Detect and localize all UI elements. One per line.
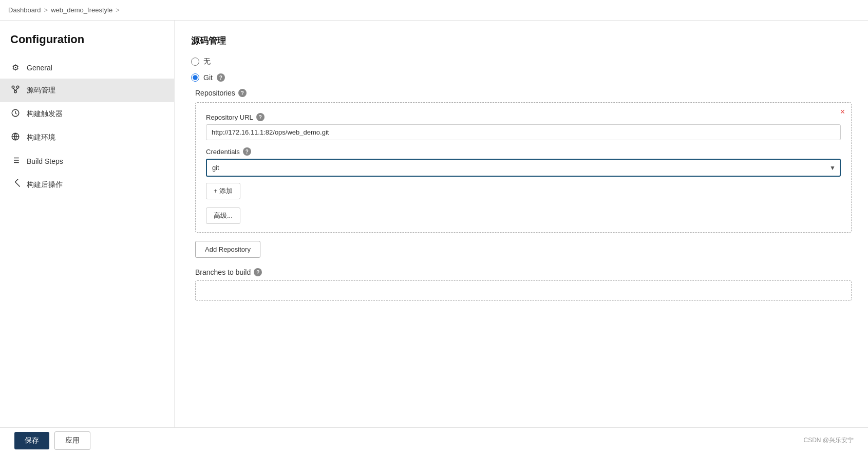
repo-url-help-icon[interactable]: ? bbox=[256, 113, 265, 121]
breadcrumb-sep-1: > bbox=[44, 6, 48, 14]
add-btn-row: + 添加 bbox=[206, 183, 841, 199]
sidebar-item-general[interactable]: ⚙ General bbox=[0, 56, 174, 79]
credentials-help-icon[interactable]: ? bbox=[243, 147, 251, 156]
sidebar-item-label-general: General bbox=[27, 64, 52, 72]
sidebar: Configuration ⚙ General 源码管理 bbox=[0, 21, 175, 427]
advanced-button[interactable]: 高级... bbox=[206, 207, 240, 224]
radio-none[interactable] bbox=[191, 58, 199, 66]
sidebar-item-triggers[interactable]: 构建触发器 bbox=[0, 102, 174, 126]
credentials-select-wrapper: git none admin ▼ bbox=[206, 159, 841, 177]
main-content: 源码管理 无 Git ? Repositories ? × Repository… bbox=[175, 21, 868, 427]
repository-card: × Repository URL ? Credentials ? git bbox=[195, 102, 852, 233]
svg-point-1 bbox=[16, 86, 19, 88]
gear-icon: ⚙ bbox=[10, 63, 21, 72]
sidebar-title: Configuration bbox=[0, 33, 174, 56]
credit-text: CSDN @兴乐安宁 bbox=[803, 436, 854, 445]
apply-button[interactable]: 应用 bbox=[54, 431, 90, 450]
credentials-field-label: Credentials ? bbox=[206, 147, 841, 156]
svg-point-0 bbox=[12, 86, 14, 88]
repo-url-input[interactable] bbox=[206, 124, 841, 140]
add-repository-button[interactable]: Add Repository bbox=[195, 241, 260, 258]
radio-git[interactable] bbox=[191, 73, 199, 82]
radio-git-label[interactable]: Git bbox=[203, 73, 213, 82]
sidebar-item-label-post-build: 构建后操作 bbox=[27, 180, 63, 190]
repo-close-button[interactable]: × bbox=[840, 108, 845, 116]
sidebar-item-label-triggers: 构建触发器 bbox=[27, 109, 63, 119]
sidebar-item-label-build-steps: Build Steps bbox=[27, 157, 63, 165]
sidebar-item-label-scm: 源码管理 bbox=[27, 86, 55, 95]
credentials-section: Credentials ? git none admin ▼ + 添加 bbox=[206, 147, 841, 224]
add-credentials-button[interactable]: + 添加 bbox=[206, 183, 240, 199]
repo-url-field-label: Repository URL ? bbox=[206, 113, 841, 121]
branches-label: Branches to build ? bbox=[195, 268, 852, 276]
svg-line-4 bbox=[15, 88, 18, 91]
breadcrumb-dashboard[interactable]: Dashboard bbox=[8, 6, 41, 14]
radio-none-row: 无 bbox=[191, 57, 852, 66]
clock-icon bbox=[10, 108, 21, 120]
branches-card bbox=[195, 280, 852, 301]
save-button[interactable]: 保存 bbox=[14, 432, 49, 449]
radio-none-label[interactable]: 无 bbox=[203, 57, 211, 66]
sidebar-item-label-env: 构建环境 bbox=[27, 133, 55, 142]
svg-line-3 bbox=[13, 88, 16, 91]
diamond-icon bbox=[10, 179, 21, 191]
breadcrumb: Dashboard > web_demo_freestyle > bbox=[0, 0, 868, 21]
branches-help-icon[interactable]: ? bbox=[254, 268, 262, 276]
credentials-select[interactable]: git none admin bbox=[206, 159, 841, 177]
sidebar-item-scm[interactable]: 源码管理 bbox=[0, 79, 174, 102]
sidebar-item-build-steps[interactable]: Build Steps bbox=[0, 149, 174, 173]
git-help-icon[interactable]: ? bbox=[217, 73, 225, 82]
advanced-btn-wrapper: 高级... bbox=[206, 203, 841, 224]
sidebar-item-env[interactable]: 构建环境 bbox=[0, 126, 174, 149]
bottom-bar: 保存 应用 CSDN @兴乐安宁 bbox=[0, 427, 868, 453]
svg-point-2 bbox=[14, 90, 17, 93]
section-title: 源码管理 bbox=[191, 35, 852, 47]
breadcrumb-sep-2: > bbox=[116, 6, 120, 14]
repositories-help-icon[interactable]: ? bbox=[238, 89, 247, 97]
svg-rect-14 bbox=[15, 179, 20, 187]
repositories-label: Repositories ? bbox=[195, 89, 852, 97]
radio-git-row: Git ? bbox=[191, 73, 852, 82]
breadcrumb-project[interactable]: web_demo_freestyle bbox=[51, 6, 112, 14]
sidebar-item-post-build[interactable]: 构建后操作 bbox=[0, 173, 174, 197]
scm-icon bbox=[10, 85, 21, 96]
globe-icon bbox=[10, 132, 21, 143]
list-icon bbox=[10, 156, 21, 167]
